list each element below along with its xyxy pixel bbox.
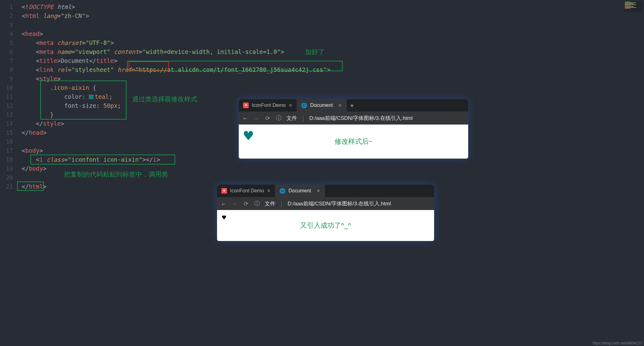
tab-label: Document (310, 103, 333, 108)
page-caption: 修改样式后~ (335, 137, 373, 146)
minimap[interactable] (624, 1, 643, 12)
browser-tab-document[interactable]: 🌐 Document ✕ (297, 99, 347, 112)
annotation-css-selector: 通过类选择器修改样式 (132, 95, 197, 103)
svg-point-2 (246, 104, 247, 105)
iconfont-favicon (243, 103, 249, 108)
annotation-added: 加好了 (305, 48, 325, 56)
back-icon[interactable]: ← (220, 200, 227, 207)
code-area[interactable]: <!DOCTYPE html> <html lang="zh-CN"> <hea… (19, 0, 644, 346)
reload-icon[interactable]: ⟳ (264, 115, 271, 121)
svg-point-1 (245, 104, 246, 105)
reload-icon[interactable]: ⟳ (242, 200, 249, 207)
svg-point-4 (223, 190, 224, 191)
color-swatch-teal (89, 95, 93, 99)
info-icon[interactable]: ⓘ (254, 200, 260, 207)
page-body: ♥ 又引入成功了^_^ (217, 210, 434, 241)
heart-icon: ♥ (222, 214, 226, 221)
browser-tab-iconfont[interactable]: IconFont Demo ✕ (217, 185, 275, 197)
code-editor: 1 2 3 4 5 6 7 8 9 10 11 12 13 14 15 16 1… (0, 0, 644, 346)
forward-icon[interactable]: → (231, 200, 238, 207)
tab-label: Document (288, 188, 311, 194)
tab-label: IconFont Demo (252, 103, 286, 108)
close-icon[interactable]: ✕ (317, 188, 320, 193)
url-scheme-label: 文件 (286, 115, 297, 122)
globe-icon: 🌐 (301, 103, 307, 108)
browser-tabbar: IconFont Demo ✕ 🌐 Document ✕ (217, 185, 434, 197)
info-icon[interactable]: ⓘ (275, 114, 282, 122)
browser-tabbar: IconFont Demo ✕ 🌐 Document ✕ + (239, 99, 468, 112)
url-path[interactable]: D:/aaa前端/CSDN/字体图标/3.在线引入.html (287, 200, 391, 207)
forward-icon[interactable]: → (253, 115, 260, 121)
heart-icon: ♥ (244, 127, 253, 145)
browser-tab-iconfont[interactable]: IconFont Demo ✕ (239, 99, 297, 112)
new-tab-button[interactable]: + (347, 99, 357, 112)
close-icon[interactable]: ✕ (338, 103, 342, 108)
url-scheme-label: 文件 (265, 200, 275, 207)
browser-preview-styled: IconFont Demo ✕ 🌐 Document ✕ + ← → ⟳ ⓘ 文… (239, 99, 468, 159)
close-icon[interactable]: ✕ (267, 188, 271, 193)
browser-address-bar: ← → ⟳ ⓘ 文件 | D:/aaa前端/CSDN/字体图标/3.在线引入.h… (217, 197, 434, 210)
url-path[interactable]: D:/aaa前端/CSDN/字体图标/3.在线引入.html (309, 115, 412, 122)
back-icon[interactable]: ← (242, 115, 249, 121)
globe-icon: 🌐 (280, 188, 285, 194)
browser-tab-document[interactable]: 🌐 Document ✕ (275, 185, 325, 197)
watermark: https://blog.csdn.net/al654123 (593, 341, 642, 345)
page-body: ♥ 修改样式后~ (239, 125, 468, 159)
tab-label: IconFont Demo (230, 188, 264, 194)
line-number-gutter: 1 2 3 4 5 6 7 8 9 10 11 12 13 14 15 16 1… (0, 0, 19, 346)
browser-address-bar: ← → ⟳ ⓘ 文件 | D:/aaa前端/CSDN/字体图标/3.在线引入.h… (239, 112, 468, 125)
page-caption: 又引入成功了^_^ (300, 221, 351, 230)
annotation-paste-code: 把复制的代码粘贴到标签中，调用类 (64, 170, 168, 179)
iconfont-favicon (221, 188, 227, 194)
browser-preview-default: IconFont Demo ✕ 🌐 Document ✕ ← → ⟳ ⓘ 文件 … (217, 185, 434, 241)
close-icon[interactable]: ✕ (289, 103, 292, 108)
svg-point-5 (224, 190, 225, 191)
